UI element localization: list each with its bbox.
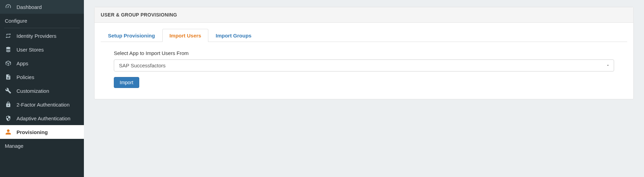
tab-import-groups[interactable]: Import Groups: [208, 29, 259, 42]
sidebar-item-2fa[interactable]: 2-Factor Authentication: [0, 98, 84, 111]
sidebar-item-label: User Stores: [17, 47, 44, 53]
sidebar-section-configure: Configure: [0, 14, 84, 27]
select-app-label: Select App to Import Users From: [114, 50, 614, 56]
sidebar-item-label: Identity Providers: [17, 33, 56, 39]
sidebar-item-identity-providers[interactable]: Identity Providers: [0, 29, 84, 43]
sidebar-section-manage: Manage: [0, 139, 84, 152]
tab-import-users[interactable]: Import Users: [162, 29, 209, 42]
sidebar-item-label: Dashboard: [17, 4, 42, 10]
sidebar: Dashboard Configure Identity Providers U…: [0, 0, 84, 177]
panel-body: Setup Provisioning Import Users Import G…: [95, 23, 633, 99]
sidebar-item-policies[interactable]: Policies: [0, 70, 84, 84]
sidebar-item-label: Apps: [17, 60, 28, 66]
sidebar-item-label: Adaptive Authentication: [17, 115, 70, 121]
app-select-wrap: SAP Successfactors: [114, 59, 614, 71]
provisioning-panel: USER & GROUP PROVISIONING Setup Provisio…: [94, 7, 634, 99]
divider: [4, 28, 80, 28]
user-icon: [5, 129, 12, 135]
wrench-icon: [5, 87, 12, 94]
panel-title: USER & GROUP PROVISIONING: [101, 12, 627, 18]
sidebar-item-apps[interactable]: Apps: [0, 56, 84, 70]
lock-icon: [5, 101, 12, 108]
sidebar-item-label: 2-Factor Authentication: [17, 102, 69, 108]
app-select[interactable]: SAP Successfactors: [114, 59, 614, 71]
document-icon: [5, 74, 12, 80]
sidebar-item-user-stores[interactable]: User Stores: [0, 43, 84, 56]
tab-setup-provisioning[interactable]: Setup Provisioning: [101, 29, 162, 42]
main-content: USER & GROUP PROVISIONING Setup Provisio…: [84, 0, 644, 177]
box-icon: [5, 60, 12, 67]
sidebar-item-label: Provisioning: [17, 129, 48, 135]
exchange-icon: [5, 32, 12, 39]
sidebar-item-label: Customization: [17, 88, 49, 94]
sidebar-item-provisioning[interactable]: Provisioning: [0, 125, 84, 139]
sidebar-item-customization[interactable]: Customization: [0, 84, 84, 98]
import-button[interactable]: Import: [114, 77, 139, 88]
sidebar-item-label: Policies: [17, 74, 34, 80]
database-icon: [5, 46, 12, 53]
sidebar-item-adaptive-auth[interactable]: Adaptive Authentication: [0, 111, 84, 125]
sidebar-item-dashboard[interactable]: Dashboard: [0, 0, 84, 14]
dashboard-icon: [5, 3, 12, 10]
panel-header: USER & GROUP PROVISIONING: [95, 7, 633, 23]
tabs: Setup Provisioning Import Users Import G…: [101, 29, 627, 42]
shield-icon: [5, 115, 12, 122]
tab-content: Select App to Import Users From SAP Succ…: [101, 42, 627, 91]
